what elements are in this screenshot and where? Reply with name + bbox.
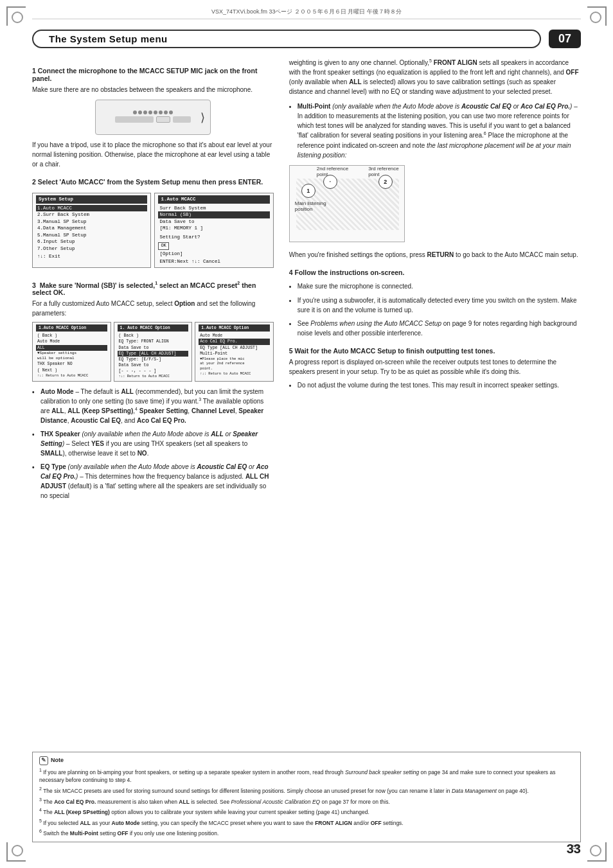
left-bullet-section: • Auto Mode – The default is ALL (recomm…: [32, 387, 274, 501]
mockup-footer: ENTER:Next ↑↓: Cancel: [158, 258, 269, 265]
step-5-section: 5 Wait for the Auto MCACC Setup to finis…: [289, 347, 581, 391]
ref-point-main: 1: [301, 184, 315, 198]
footnote-6: 6 Switch the Multi-Point setting OFF if …: [39, 828, 574, 838]
mockup-row: 1.Auto MCACC: [36, 205, 147, 212]
mockup-row: 6.Input Setup: [36, 238, 147, 245]
footnote-2: 2 The six MCACC presets are used for sto…: [39, 786, 574, 795]
bullet-auto-mode: • Auto Mode – The default is ALL (recomm…: [32, 387, 274, 426]
device-display: [115, 116, 154, 123]
option-screen-2: 1. Auto MCACC Option ( Back ) EQ Type: F…: [114, 322, 193, 381]
corner-decoration-br: [587, 842, 607, 862]
step-3-heading: 3 Make sure 'Normal (SB)' is selected,1 …: [32, 281, 274, 297]
left-column: 1 Connect the microphone to the MCACC SE…: [32, 58, 274, 504]
device-button: [159, 111, 163, 114]
mockup-row: 7.Other Setup: [36, 245, 147, 252]
mockup-footer: ↑↓: Exit: [36, 253, 147, 260]
device-button: [154, 111, 157, 114]
step-1-body: Make sure there are no obstacles between…: [32, 85, 274, 94]
mockup-row: Setting Start?: [158, 234, 269, 241]
mockup-row: Surr Back System: [158, 205, 269, 212]
device-button: [148, 111, 152, 114]
bullet-thx-speaker: • THX Speaker (only available when the A…: [32, 429, 274, 458]
bullet-eq-type: • EQ Type (only available when the Auto …: [32, 462, 274, 500]
corner-decoration-bl: [6, 842, 26, 862]
auto-mcacc-mockup: 1.Auto MCACC Surr Back System Normal (SB…: [154, 193, 273, 268]
bullet-multi-point: • Multi-Point (only available when the A…: [289, 102, 581, 159]
chapter-title: The System Setup menu: [32, 30, 541, 48]
right-column: weighting is given to any one channel. O…: [289, 58, 581, 504]
step-5-heading: 5 Wait for the Auto MCACC Setup to finis…: [289, 347, 581, 355]
mockup-row: 3.Manual SP Setup: [36, 218, 147, 226]
note-icon: ✎: [39, 756, 48, 765]
step-1-heading: 1 Connect the microphone to the MCACC SE…: [32, 67, 274, 82]
step-5-body: A progress report is displayed on-screen…: [289, 357, 581, 376]
footnote-4: 4 The ALL (Keep SPsetting) option allows…: [39, 807, 574, 817]
device-button: [164, 111, 168, 114]
mockup-row: Normal (SB): [158, 211, 269, 218]
bullet-step4-3: • See Problems when using the Auto MCACC…: [289, 319, 581, 338]
step-4-heading: 4 Follow the instructions on-screen.: [289, 269, 581, 276]
note-header: ✎ Note: [39, 756, 574, 765]
device-button: [143, 111, 147, 114]
footnote-3: 3 The Aco Cal EQ Pro. measurement is als…: [39, 797, 574, 806]
mic-arrow: ⟩: [200, 111, 205, 125]
footnote-5: 5 If you selected ALL as your Auto Mode …: [39, 818, 574, 828]
footnote-1: 1 If you are planning on bi-amping your …: [39, 767, 574, 784]
mockup-row: 4.Data Management: [36, 225, 147, 232]
bullet-step4-2: • If you're using a subwoofer, it is aut…: [289, 296, 581, 315]
step-3-body: For a fully customized Auto MCACC setup,…: [32, 299, 274, 318]
bullet-step5: • Do not adjust the volume during the te…: [289, 380, 581, 391]
step-4-section: When you're finished settings the option…: [289, 250, 581, 338]
eq-type-continued: weighting is given to any one channel. O…: [289, 58, 581, 96]
filename-text: VSX_74TXVi.book.fm 33ページ ２００５年６月６日 月曜日 午…: [211, 8, 402, 16]
content-area: 1 Connect the microphone to the MCACC SE…: [32, 58, 581, 817]
option-screen-3: 1.Auto MCACC Option Auto Mode Aco Cal EQ…: [195, 322, 274, 381]
device-button: [133, 111, 137, 114]
mockup-row: 2.Surr Back System: [36, 211, 147, 218]
step4-bullets: • Make sure the microphone is connected.…: [289, 281, 581, 338]
top-bar: VSX_74TXVi.book.fm 33ページ ２００５年６月６日 月曜日 午…: [32, 5, 581, 19]
option-screens: 1.Auto MCACC Option ( Back ) Auto Mode A…: [32, 322, 274, 381]
device-button: [138, 111, 142, 114]
chapter-header: The System Setup menu 07: [32, 27, 581, 50]
option-screen-1: 1.Auto MCACC Option ( Back ) Auto Mode A…: [32, 322, 111, 381]
bullet-step4-1: • Make sure the microphone is connected.: [289, 281, 581, 292]
step2-ui-mockups: System Setup 1.Auto MCACC 2.Surr Back Sy…: [32, 189, 274, 272]
mockup-row: [Option]: [158, 251, 269, 258]
mockup-row: 5.Manual SP Setup: [36, 232, 147, 239]
device-image: ⟩: [95, 100, 211, 135]
step-3-section: 3 Make sure 'Normal (SB)' is selected,1 …: [32, 281, 274, 382]
step-2-heading: 2 Select 'Auto MCACC' from the System Se…: [32, 178, 274, 186]
mockup-row: [M1: MEMORY 1 ]: [158, 225, 269, 232]
mockup-title: System Setup: [36, 195, 147, 204]
mockup-row: Data Save to: [158, 218, 269, 226]
note-box: ✎ Note 1 If you are planning on bi-ampin…: [32, 752, 581, 842]
step-1-section: 1 Connect the microphone to the MCACC SE…: [32, 67, 274, 169]
two-column-layout: 1 Connect the microphone to the MCACC SE…: [32, 58, 581, 504]
diagram-label-main: Main listeningposition: [295, 200, 326, 212]
step-2-section: 2 Select 'Auto MCACC' from the System Se…: [32, 178, 274, 272]
device-button: [169, 111, 173, 114]
step-1-body2: If you have a tripod, use it to place th…: [32, 140, 274, 169]
right-bullet-section: • Multi-Point (only available when the A…: [289, 102, 581, 159]
return-text: When you're finished settings the option…: [289, 250, 581, 260]
diagram-label-ref3: 3rd referencepoint: [368, 166, 399, 177]
reference-diagram: 1 · 2 Main listeningposition 2nd referen…: [289, 165, 405, 242]
diagram-label-ref2: 2nd referencepoint: [317, 166, 348, 177]
corner-decoration-tl: [6, 6, 26, 26]
page-number: 33: [567, 842, 581, 856]
ok-button-mockup: OK: [158, 242, 168, 250]
chapter-number: 07: [549, 30, 581, 48]
system-setup-mockup: System Setup 1.Auto MCACC 2.Surr Back Sy…: [32, 193, 151, 268]
mockup-title: 1.Auto MCACC: [158, 195, 269, 204]
corner-decoration-tr: [587, 6, 607, 26]
